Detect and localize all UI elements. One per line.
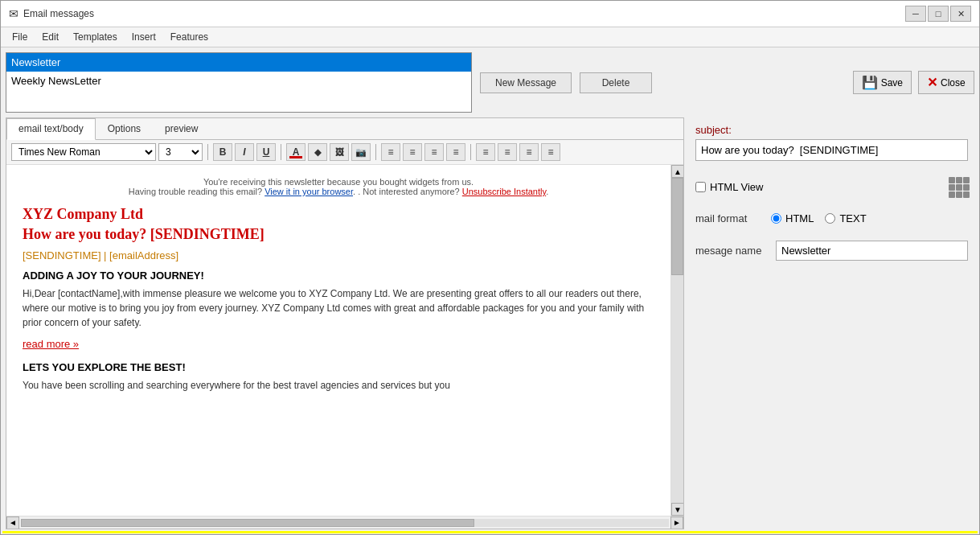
mail-format-label: mail format — [695, 212, 760, 224]
message-name-row: mesage name — [695, 241, 968, 261]
workspace: email text/body Options preview Times Ne… — [6, 117, 974, 529]
scroll-x-thumb[interactable] — [21, 519, 474, 527]
scroll-right-button[interactable]: ► — [670, 516, 683, 529]
save-button[interactable]: 💾 Save — [853, 71, 912, 94]
menu-features[interactable]: Features — [164, 29, 215, 45]
close-button[interactable]: ✕ Close — [918, 71, 974, 94]
editor-body-container: You're receiving this newsletter because… — [6, 165, 683, 516]
message-name-input[interactable] — [776, 241, 968, 261]
html-view-row: HTML View — [695, 177, 968, 196]
tab-email-body[interactable]: email text/body — [6, 118, 96, 140]
window-controls: ─ □ ✕ — [905, 6, 971, 22]
scroll-track[interactable] — [671, 178, 683, 503]
align-justify-button[interactable]: ≡ — [446, 143, 465, 161]
radio-group-format: HTML TEXT — [771, 212, 867, 224]
unordered-list-button[interactable]: ≡ — [498, 143, 517, 161]
horizontal-scrollbar[interactable]: ◄ ► — [6, 516, 683, 529]
html-view-checkbox[interactable] — [695, 182, 706, 192]
delete-button[interactable]: Delete — [580, 72, 652, 93]
close-x-icon: ✕ — [927, 75, 937, 90]
scroll-up-button[interactable]: ▲ — [671, 165, 683, 178]
window-close-button[interactable]: ✕ — [950, 6, 971, 22]
html-view-checkbox-label[interactable]: HTML View — [695, 181, 763, 193]
message-list-item-newsletter[interactable]: Newsletter — [6, 53, 471, 72]
editor-tabs: email text/body Options preview — [6, 118, 683, 140]
font-color-button[interactable]: A — [286, 143, 305, 161]
bold-button[interactable]: B — [213, 143, 232, 161]
align-right-button[interactable]: ≡ — [424, 143, 444, 161]
maximize-button[interactable]: □ — [928, 6, 949, 22]
company-name: XYZ Company Ltd — [23, 206, 654, 223]
unsubscribe-link[interactable]: Unsubscribe Instantly — [462, 187, 546, 196]
app-icon: ✉ — [9, 7, 18, 20]
menu-edit[interactable]: Edit — [35, 29, 65, 45]
company-tagline: How are you today? [SENDINGTIME] — [23, 226, 654, 243]
scroll-thumb[interactable] — [671, 178, 683, 275]
insert-image-button[interactable]: 📷 — [351, 143, 371, 161]
ordered-list-button[interactable]: ≡ — [476, 143, 495, 161]
toolbar-sep-3 — [375, 144, 376, 160]
grid-icon — [949, 177, 968, 196]
top-buttons: New Message Delete — [480, 72, 652, 93]
radio-text[interactable] — [825, 213, 835, 224]
vertical-scrollbar[interactable]: ▲ ▼ — [670, 165, 683, 516]
title-bar: ✉ Email messages ─ □ ✕ — [1, 1, 979, 27]
align-center-button[interactable]: ≡ — [403, 143, 422, 161]
menu-insert[interactable]: Insert — [125, 29, 162, 45]
editor-toolbar: Times New Roman Arial Verdana 1 2 3 4 5 … — [6, 140, 683, 165]
subject-input[interactable] — [695, 139, 968, 161]
section1-heading: ADDING A JOY TO YOUR JOURNEY! — [23, 270, 654, 282]
scroll-down-button[interactable]: ▼ — [671, 503, 683, 516]
editor-panel: email text/body Options preview Times Ne… — [6, 117, 684, 529]
subject-label: subject: — [695, 124, 968, 136]
top-row: Newsletter Weekly NewsLetter New Message… — [6, 52, 974, 113]
scroll-x-track[interactable] — [21, 519, 669, 527]
message-list[interactable]: Newsletter Weekly NewsLetter — [6, 52, 472, 113]
read-more-link[interactable]: read more » — [23, 338, 654, 350]
editor-content[interactable]: You're receiving this newsletter because… — [6, 165, 670, 413]
editor-scrollable: You're receiving this newsletter because… — [6, 165, 670, 516]
menu-bar: File Edit Templates Insert Features — [1, 27, 979, 47]
radio-text-label[interactable]: TEXT — [825, 212, 866, 224]
image-button[interactable]: 🖼 — [330, 143, 349, 161]
indent-more-button[interactable]: ≡ — [541, 143, 560, 161]
message-list-item-weekly[interactable]: Weekly NewsLetter — [6, 72, 471, 90]
menu-file[interactable]: File — [6, 29, 34, 45]
menu-templates[interactable]: Templates — [67, 29, 124, 45]
main-window: ✉ Email messages ─ □ ✕ File Edit Templat… — [0, 0, 980, 535]
underline-button[interactable]: U — [256, 143, 276, 161]
radio-html[interactable] — [771, 213, 781, 224]
font-family-select[interactable]: Times New Roman Arial Verdana — [11, 143, 156, 161]
view-browser-link[interactable]: View it in your browser — [264, 187, 353, 196]
section2-heading: LETS YOU EXPLORE THE BEST! — [23, 361, 654, 373]
floppy-disk-icon: 💾 — [862, 75, 878, 90]
section1-body: Hi,Dear [contactName],with immense pleas… — [23, 286, 654, 330]
newsletter-header: You're receiving this newsletter because… — [23, 177, 654, 196]
main-content: Newsletter Weekly NewsLetter New Message… — [1, 47, 979, 534]
new-message-button[interactable]: New Message — [480, 72, 572, 93]
tab-preview[interactable]: preview — [153, 118, 210, 139]
mail-format-row: mail format HTML TEXT — [695, 212, 968, 224]
minimize-button[interactable]: ─ — [905, 6, 926, 22]
toolbar-sep-1 — [207, 144, 208, 160]
font-size-select[interactable]: 1 2 3 4 5 — [158, 143, 203, 161]
italic-button[interactable]: I — [235, 143, 254, 161]
align-left-button[interactable]: ≡ — [381, 143, 400, 161]
message-name-label: mesage name — [695, 245, 768, 257]
section2-body: You have been scrolling and searching ev… — [23, 378, 654, 393]
sending-time-line: [SENDINGTIME] | [emailAddress] — [23, 249, 654, 261]
highlight-button[interactable]: ◆ — [308, 143, 327, 161]
window-title: Email messages — [23, 8, 94, 19]
indent-less-button[interactable]: ≡ — [519, 143, 539, 161]
right-panel: subject: HTML View — [689, 117, 974, 529]
radio-html-label[interactable]: HTML — [771, 212, 814, 224]
tab-options[interactable]: Options — [96, 118, 153, 139]
scroll-left-button[interactable]: ◄ — [6, 516, 19, 529]
toolbar-sep-4 — [470, 144, 471, 160]
toolbar-sep-2 — [281, 144, 281, 160]
